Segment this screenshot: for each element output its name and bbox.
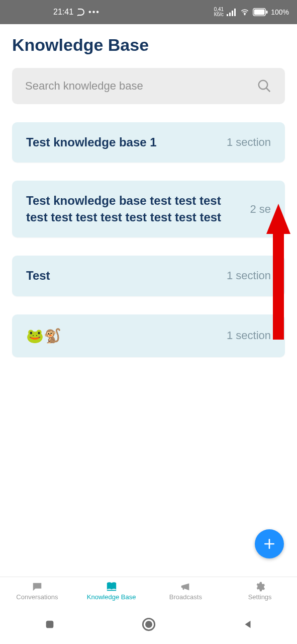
- tab-label: Conversations: [16, 593, 58, 601]
- battery-percent: 100%: [271, 8, 289, 16]
- nav-back-button[interactable]: [241, 617, 255, 631]
- svg-rect-3: [234, 9, 236, 16]
- tab-conversations[interactable]: Conversations: [0, 577, 74, 605]
- kb-list: Test knowledge base 1 1 section Test kno…: [12, 122, 285, 357]
- svg-rect-12: [107, 590, 116, 591]
- kb-count: 2 se: [250, 203, 271, 216]
- kb-count: 1 section: [227, 136, 271, 149]
- tab-knowledge-base[interactable]: Knowledge Base: [74, 577, 149, 605]
- kb-item[interactable]: Test 1 section: [12, 256, 285, 296]
- dots-icon: •••: [88, 8, 100, 17]
- battery-icon: [253, 8, 268, 16]
- signal-icon: [227, 8, 237, 16]
- kb-item[interactable]: Test knowledge base 1 1 section: [12, 122, 285, 163]
- add-button[interactable]: [255, 529, 284, 558]
- svg-rect-6: [254, 10, 265, 15]
- chat-icon: [30, 581, 44, 592]
- plus-icon: [263, 537, 276, 550]
- svg-point-15: [145, 621, 152, 628]
- tab-label: Knowledge Base: [87, 593, 136, 601]
- kb-count: 1 section: [227, 269, 271, 282]
- kb-count: 1 section: [227, 329, 271, 342]
- svg-point-4: [244, 14, 245, 15]
- status-left: 21:41 •••: [53, 8, 100, 17]
- search-icon: [257, 78, 272, 94]
- circle-icon: [142, 617, 156, 631]
- tab-bar: Conversations Knowledge Base Broadcasts …: [0, 577, 297, 605]
- tab-settings[interactable]: Settings: [223, 577, 297, 605]
- nav-home-button[interactable]: [142, 617, 156, 631]
- svg-rect-2: [232, 11, 233, 16]
- tab-broadcasts[interactable]: Broadcasts: [149, 577, 223, 605]
- page-title: Knowledge Base: [12, 35, 285, 55]
- content: Knowledge Base Search knowledge base Tes…: [0, 24, 297, 357]
- svg-rect-0: [227, 14, 228, 16]
- kb-title: Test knowledge base 1: [26, 134, 220, 150]
- d-icon: [76, 8, 85, 17]
- square-icon: [44, 619, 55, 630]
- kbps-unit: Кб/с: [214, 12, 224, 17]
- gear-icon: [253, 581, 267, 592]
- svg-rect-7: [266, 11, 268, 14]
- status-right: 0,41 Кб/с 100%: [214, 7, 289, 17]
- wifi-icon: [240, 8, 250, 16]
- svg-rect-1: [229, 13, 231, 16]
- svg-point-8: [259, 80, 268, 90]
- megaphone-icon: [178, 581, 192, 592]
- tab-label: Broadcasts: [169, 593, 202, 601]
- status-bar: 21:41 ••• 0,41 Кб/с 100%: [0, 0, 297, 24]
- search-placeholder: Search knowledge base: [25, 79, 257, 93]
- search-input[interactable]: Search knowledge base: [12, 68, 285, 104]
- status-time: 21:41: [53, 8, 73, 17]
- book-icon: [105, 581, 119, 592]
- tab-label: Settings: [248, 593, 272, 601]
- nav-recent-button[interactable]: [43, 617, 57, 631]
- system-nav-bar: [0, 605, 297, 644]
- triangle-back-icon: [242, 619, 253, 630]
- svg-line-9: [266, 88, 270, 92]
- kb-title: 🐸🐒: [26, 327, 220, 346]
- status-kbps: 0,41 Кб/с: [214, 7, 224, 17]
- kb-title: Test knowledge base test test test test …: [26, 193, 243, 225]
- svg-rect-13: [46, 621, 53, 628]
- kb-item[interactable]: 🐸🐒 1 section: [12, 314, 285, 358]
- kb-title: Test: [26, 268, 220, 284]
- kb-item[interactable]: Test knowledge base test test test test …: [12, 181, 285, 237]
